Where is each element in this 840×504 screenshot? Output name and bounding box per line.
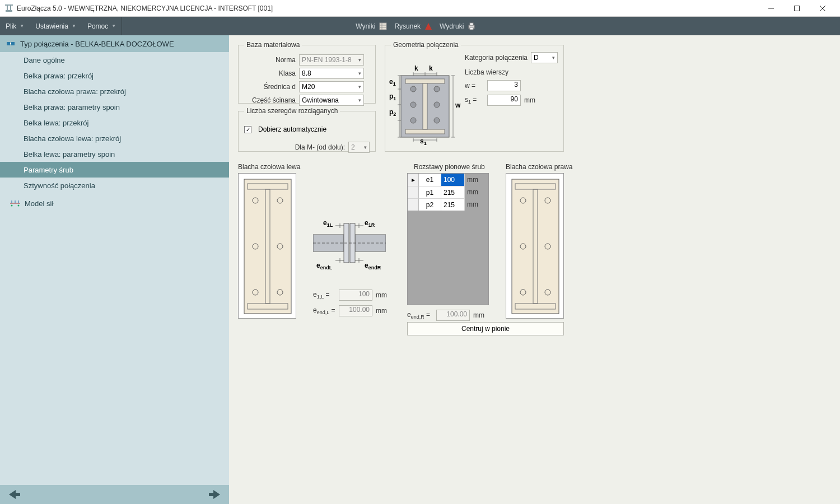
caret-icon: ▼ bbox=[20, 24, 24, 29]
select-dlam[interactable]: 2 bbox=[348, 142, 370, 153]
select-kategoria[interactable]: D bbox=[531, 52, 558, 63]
toolbar-rysunek-label: Rysunek bbox=[394, 22, 421, 30]
input-s1[interactable]: 90 bbox=[487, 95, 521, 106]
label-w: w = bbox=[465, 82, 484, 90]
sidebar-item-blacha-prawa-przekroj[interactable]: Blacha czołowa prawa: przekrój bbox=[0, 83, 229, 99]
diag-p1: p1 bbox=[389, 92, 396, 101]
close-button[interactable] bbox=[810, 0, 836, 17]
unit: mm bbox=[473, 311, 484, 319]
grid-row[interactable]: ▸ e1 100 mm bbox=[408, 174, 488, 186]
button-centruj[interactable]: Centruj w pionie bbox=[407, 322, 564, 335]
button-label: Centruj w pionie bbox=[461, 325, 510, 333]
diag-k2: k bbox=[429, 64, 433, 72]
menubar: Plik▼ Ustawienia▼ Pomoc▼ Wyniki Rysunek … bbox=[0, 17, 840, 35]
select-czesc-scinana[interactable]: Gwintowana bbox=[299, 95, 364, 106]
table-icon bbox=[379, 22, 388, 31]
sidebar-item-belka-prawa-przekroj[interactable]: Belka prawa: przekrój bbox=[0, 68, 229, 83]
maximize-button[interactable] bbox=[784, 0, 810, 17]
diag-e1: e1 bbox=[389, 78, 396, 87]
window-title: EuroZłącza 5.0 - WEWNĘTRZNA, NIEKOMERCYJ… bbox=[17, 4, 758, 12]
group-legend: Liczba szeregów rozciąganych bbox=[244, 107, 340, 115]
svg-rect-29 bbox=[405, 129, 445, 134]
input-w[interactable]: 3 bbox=[487, 80, 521, 91]
grid-cell-unit: mm bbox=[465, 186, 488, 198]
caret-icon: ▼ bbox=[111, 24, 116, 29]
input-value: 100.00 bbox=[349, 306, 370, 314]
row-indicator-icon bbox=[408, 198, 419, 211]
sidebar-item-belka-prawa-spoin[interactable]: Belka prawa: parametry spoin bbox=[0, 99, 229, 115]
diagram-blacha-lewa bbox=[238, 173, 296, 319]
sidebar-item-label: Belka prawa: przekrój bbox=[24, 72, 94, 80]
input-eendR: 100.00 bbox=[436, 310, 470, 321]
row-indicator-icon bbox=[408, 186, 419, 198]
sidebar-item-belka-lewa-spoin[interactable]: Belka lewa: parametry spoin bbox=[0, 146, 229, 162]
toolbar-wydruki[interactable]: Wydruki bbox=[436, 17, 479, 35]
drawing-icon bbox=[424, 22, 433, 31]
unit: mm bbox=[376, 291, 387, 299]
svg-rect-28 bbox=[405, 79, 445, 83]
input-value: 3 bbox=[514, 81, 518, 88]
print-icon bbox=[467, 22, 476, 31]
grid-rozstawy[interactable]: ▸ e1 100 mm p1 215 mm p2 215 mm bbox=[407, 173, 489, 305]
sidebar-item-sztywnosc[interactable]: Sztywność połączenia bbox=[0, 178, 229, 193]
select-norma[interactable]: PN-EN 1993-1-8 bbox=[299, 54, 364, 66]
svg-point-32 bbox=[434, 86, 440, 92]
grid-row[interactable]: p1 215 mm bbox=[408, 186, 488, 198]
app-icon bbox=[4, 4, 13, 13]
label-liczba-wierszy: Liczba wierszy bbox=[465, 68, 508, 76]
input-value: 100 bbox=[358, 290, 370, 298]
sidebar-item-label: Blacha czołowa lewa: przekrój bbox=[24, 134, 121, 143]
checkbox-auto[interactable]: ✓ bbox=[244, 126, 251, 133]
svg-point-35 bbox=[410, 118, 416, 123]
sidebar-header-label: Typ połączenia - BELKA-BELKA DOCZOŁOWE bbox=[20, 40, 174, 48]
svg-point-33 bbox=[410, 102, 416, 108]
svg-rect-77 bbox=[512, 179, 559, 314]
svg-rect-18 bbox=[10, 43, 11, 44]
svg-point-23 bbox=[11, 205, 13, 207]
select-value: D bbox=[534, 54, 539, 62]
grid-cell-value[interactable]: 100 bbox=[441, 174, 465, 186]
sidebar-item-belka-lewa-przekroj[interactable]: Belka lewa: przekrój bbox=[0, 115, 229, 130]
menu-pomoc[interactable]: Pomoc▼ bbox=[82, 17, 122, 35]
label-blacha-lewa: Blacha czołowa lewa bbox=[238, 163, 300, 171]
toolbar-wyniki-label: Wyniki bbox=[356, 22, 375, 30]
grid-cell-value[interactable]: 215 bbox=[441, 186, 465, 198]
svg-rect-5 bbox=[795, 6, 800, 11]
grid-cell-name: p1 bbox=[419, 186, 441, 198]
svg-point-34 bbox=[434, 102, 440, 108]
grid-cell-value[interactable]: 215 bbox=[441, 198, 465, 211]
select-srednica[interactable]: M20 bbox=[299, 81, 364, 92]
nav-prev-button[interactable] bbox=[9, 490, 20, 499]
diag-p2: p2 bbox=[389, 108, 396, 117]
toolbar-rysunek[interactable]: Rysunek bbox=[391, 17, 436, 35]
svg-point-36 bbox=[434, 118, 440, 123]
sidebar-item-dane-ogolne[interactable]: Dane ogólne bbox=[0, 52, 229, 68]
sidebar-item-label: Sztywność połączenia bbox=[24, 181, 95, 190]
menu-ustawienia[interactable]: Ustawienia▼ bbox=[30, 17, 82, 35]
diag-e1R: e1R bbox=[365, 219, 375, 228]
select-value: 2 bbox=[351, 143, 355, 151]
sidebar-item-parametry-srub[interactable]: Parametry śrub bbox=[0, 162, 229, 178]
sidebar-item-model-sil[interactable]: Model sił bbox=[0, 195, 229, 211]
grid-row[interactable]: p2 215 mm bbox=[408, 198, 488, 211]
sidebar-header[interactable]: Typ połączenia - BELKA-BELKA DOCZOŁOWE bbox=[0, 35, 229, 52]
label-eendR: eend,R = bbox=[407, 311, 433, 320]
svg-rect-0 bbox=[6, 10, 12, 12]
input-value: 100.00 bbox=[446, 310, 467, 318]
toolbar-wyniki[interactable]: Wyniki bbox=[352, 17, 391, 35]
label-czesc-scinana: Część ścinana bbox=[244, 96, 296, 104]
diag-w: w bbox=[455, 101, 460, 109]
grid-cell-name: e1 bbox=[419, 174, 441, 186]
titlebar: EuroZłącza 5.0 - WEWNĘTRZNA, NIEKOMERCYJ… bbox=[0, 0, 840, 17]
menu-plik[interactable]: Plik▼ bbox=[0, 17, 30, 35]
sidebar-item-blacha-lewa-przekroj[interactable]: Blacha czołowa lewa: przekrój bbox=[0, 130, 229, 146]
label-s1: s1 = bbox=[465, 96, 484, 105]
group-legend: Baza materiałowa bbox=[244, 41, 302, 49]
select-klasa[interactable]: 8.8 bbox=[299, 68, 364, 79]
minimize-button[interactable] bbox=[758, 0, 784, 17]
nav-next-button[interactable] bbox=[209, 490, 220, 499]
svg-marker-12 bbox=[425, 23, 432, 30]
sidebar-item-label: Belka lewa: przekrój bbox=[24, 119, 88, 127]
label-dlam: Dla M- (od dołu): bbox=[295, 143, 345, 151]
svg-rect-17 bbox=[11, 42, 15, 45]
